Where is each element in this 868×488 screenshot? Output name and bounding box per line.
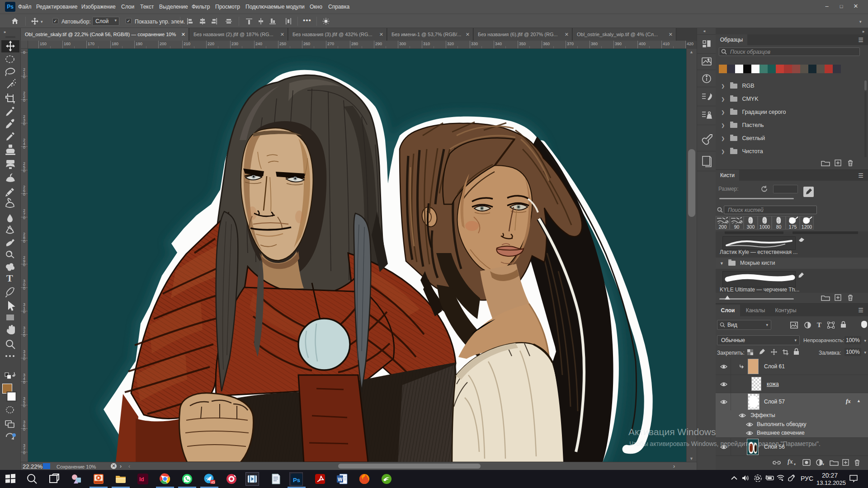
svg-text:Ps: Ps <box>293 477 300 483</box>
svg-text:T: T <box>6 272 13 284</box>
svg-text:Id: Id <box>139 476 144 483</box>
svg-text:45: 45 <box>211 480 215 484</box>
svg-text:«: « <box>703 29 706 33</box>
svg-text:W: W <box>338 477 343 482</box>
svg-text:»: » <box>4 30 6 34</box>
